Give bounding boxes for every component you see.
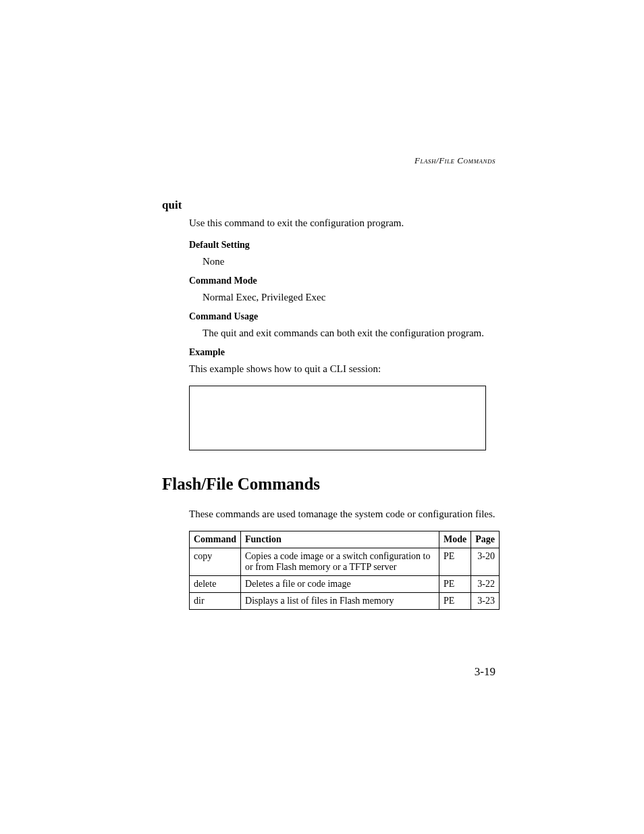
table-row: delete Deletes a file or code image PE 3…	[190, 576, 500, 593]
cell-function: Displays a list of files in Flash memory	[241, 593, 439, 610]
cell-command: delete	[190, 576, 241, 593]
cell-mode: PE	[439, 576, 471, 593]
th-function: Function	[241, 531, 439, 548]
value-default-setting: None	[203, 255, 495, 269]
th-mode: Mode	[439, 531, 471, 548]
quit-intro: Use this command to exit the configurati…	[189, 216, 495, 230]
label-command-usage: Command Usage	[189, 311, 495, 322]
section-intro: These commands are used tomanage the sys…	[189, 507, 495, 521]
cell-page: 3-22	[471, 576, 500, 593]
cell-mode: PE	[439, 548, 471, 576]
table-row: dir Displays a list of files in Flash me…	[190, 593, 500, 610]
table-header-row: Command Function Mode Page	[190, 531, 500, 548]
heading-quit: quit	[162, 199, 495, 212]
cell-function: Copies a code image or a switch configur…	[241, 548, 439, 576]
cell-command: dir	[190, 593, 241, 610]
example-code-box	[189, 386, 486, 450]
cell-mode: PE	[439, 593, 471, 610]
label-example: Example	[189, 347, 495, 358]
cell-command: copy	[190, 548, 241, 576]
th-page: Page	[471, 531, 500, 548]
label-command-mode: Command Mode	[189, 276, 495, 286]
cell-page: 3-23	[471, 593, 500, 610]
cell-function: Deletes a file or code image	[241, 576, 439, 593]
label-default-setting: Default Setting	[189, 240, 495, 251]
cell-page: 3-20	[471, 548, 500, 576]
example-intro: This example shows how to quit a CLI ses…	[189, 362, 495, 376]
th-command: Command	[190, 531, 241, 548]
commands-table: Command Function Mode Page copy Copies a…	[189, 531, 500, 610]
running-header: Flash/File Commands	[162, 155, 495, 166]
value-command-mode: Normal Exec, Privileged Exec	[203, 290, 495, 305]
value-command-usage: The quit and exit commands can both exit…	[203, 326, 495, 340]
page-number: 3-19	[475, 665, 495, 679]
table-row: copy Copies a code image or a switch con…	[190, 548, 500, 576]
heading-flash-file-commands: Flash/File Commands	[162, 475, 495, 494]
